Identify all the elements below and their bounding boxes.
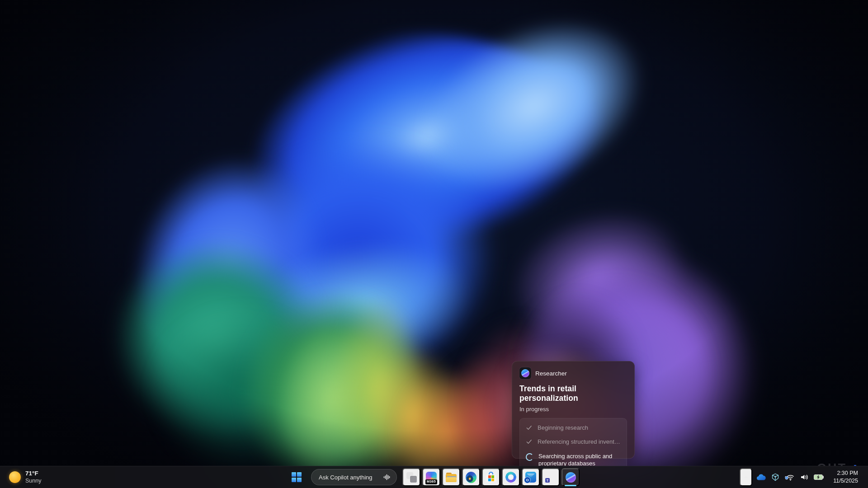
copilot-app-button[interactable] — [561, 468, 580, 486]
file-explorer-icon — [446, 473, 457, 482]
copilot-search-input[interactable]: Ask Copilot anything — [311, 469, 397, 485]
teams-button[interactable]: T — [542, 468, 560, 486]
chevron-up-icon — [743, 474, 749, 481]
tray-date: 11/5/2025 — [833, 477, 858, 485]
tray-time: 2:30 PM — [837, 469, 858, 477]
edge-button[interactable] — [462, 468, 480, 486]
flyout-header: Researcher — [519, 367, 627, 379]
weather-temp: 71°F — [25, 470, 41, 478]
research-step-done: Beginning research — [526, 424, 621, 432]
system-tray: 2:30 PM 11/5/2025 — [740, 466, 868, 488]
step-label: Beginning research — [538, 424, 588, 432]
research-step-done: Referencing structured invention d... — [526, 438, 621, 446]
flyout-title: Trends in retail personalization — [519, 384, 627, 403]
wifi-shield-icon[interactable] — [785, 473, 795, 481]
researcher-flyout-card[interactable]: Researcher Trends in retail personalizat… — [512, 361, 635, 459]
task-view-icon — [406, 472, 417, 483]
weather-text: 71°F Sunny — [25, 470, 41, 484]
tray-icons — [756, 473, 824, 482]
file-explorer-button[interactable] — [442, 468, 460, 486]
task-view-button[interactable] — [402, 468, 420, 486]
step-label: Searching across public and proprietary … — [538, 452, 618, 468]
weather-condition: Sunny — [25, 478, 41, 484]
tray-chevron-button[interactable] — [740, 468, 752, 486]
microsoft-store-button[interactable] — [482, 468, 500, 486]
copilot-icon — [566, 472, 576, 483]
windows-logo-icon — [292, 472, 302, 482]
desktop: GHT Researcher Trends in retail personal… — [0, 0, 868, 488]
teams-letter: T — [545, 478, 550, 483]
active-app-indicator — [565, 485, 576, 486]
progress-spinner-icon — [526, 453, 533, 461]
taskbar: 71°F Sunny Ask Copilot anything — [0, 466, 868, 488]
researcher-app-chip — [519, 367, 531, 379]
taskbar-app-row: M365 — [402, 468, 580, 486]
m365-badge: M365 — [425, 479, 437, 484]
wallpaper-vignette — [0, 0, 868, 488]
clock[interactable]: 2:30 PM 11/5/2025 — [830, 468, 861, 487]
search-placeholder: Ask Copilot anything — [319, 474, 373, 481]
checkmark-icon — [526, 424, 533, 431]
flyout-status: In progress — [519, 406, 627, 413]
sun-icon — [9, 471, 21, 483]
outlook-letter: O — [524, 477, 530, 483]
speaker-icon[interactable] — [800, 473, 809, 481]
weather-widget[interactable]: 71°F Sunny — [5, 466, 45, 488]
outlook-icon: O — [525, 472, 536, 483]
copilot-icon — [521, 369, 529, 377]
sparkle-loop-icon — [505, 472, 516, 483]
microsoft-store-icon — [486, 472, 496, 483]
checkmark-icon — [526, 438, 533, 445]
research-steps-panel: Beginning research Referencing structure… — [519, 418, 627, 473]
edge-icon — [466, 472, 476, 483]
step-label: Referencing structured invention d... — [538, 438, 621, 446]
start-button[interactable] — [288, 468, 306, 486]
flyout-app-name: Researcher — [535, 370, 567, 377]
research-step-active: Searching across public and proprietary … — [526, 452, 621, 468]
voice-waveform-icon[interactable] — [383, 473, 391, 481]
studio-effects-icon[interactable] — [771, 473, 780, 482]
onedrive-icon[interactable] — [756, 474, 766, 481]
teams-icon: T — [545, 472, 556, 483]
wallpaper-bloom — [0, 0, 868, 488]
outlook-button[interactable]: O — [522, 468, 540, 486]
loop-sparkle-button[interactable] — [502, 468, 520, 486]
m365-copilot-button[interactable]: M365 — [422, 468, 440, 486]
battery-charging-icon[interactable] — [814, 474, 824, 480]
m365-copilot-icon: M365 — [426, 472, 437, 483]
